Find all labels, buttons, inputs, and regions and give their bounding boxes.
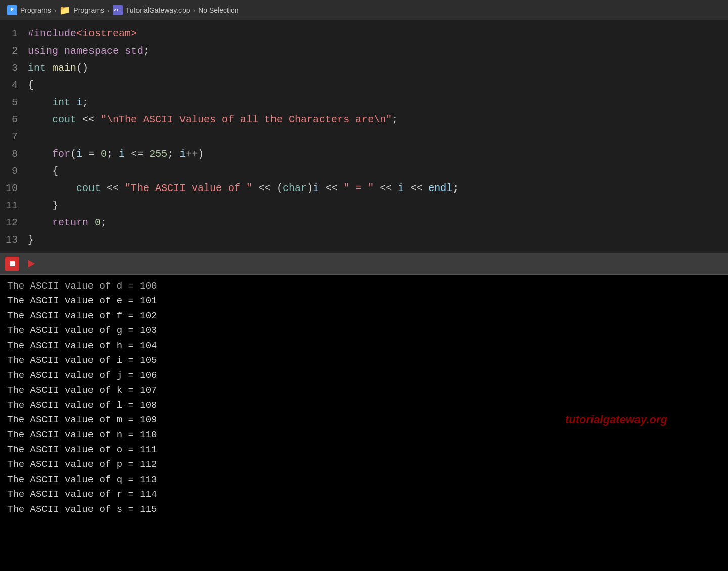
- terminal-line: The ASCII value of n = 110: [7, 427, 721, 442]
- breadcrumb-item-3[interactable]: TutorialGateway.cpp: [126, 6, 190, 14]
- line-number: 4: [0, 77, 28, 93]
- terminal-line: The ASCII value of e = 101: [7, 294, 721, 308]
- line-number: 5: [0, 94, 28, 111]
- code-line: 6 cout << "\nThe ASCII Values of all the…: [0, 111, 728, 128]
- editor-toolbar: [0, 253, 728, 275]
- line-content: return 0;: [28, 215, 107, 231]
- line-content: int main(): [28, 60, 88, 76]
- code-line: 4{: [0, 77, 728, 94]
- line-content: }: [28, 198, 58, 214]
- code-line: 1#include<iostream>: [0, 25, 728, 42]
- code-line: 11 }: [0, 197, 728, 214]
- line-content: #include<iostream>: [28, 26, 137, 42]
- line-number: 8: [0, 146, 28, 162]
- breadcrumb-no-selection: No Selection: [198, 6, 238, 14]
- terminal-line: The ASCII value of i = 105: [7, 353, 721, 368]
- code-line: 10 cout << "The ASCII value of " << (cha…: [0, 180, 728, 197]
- line-content: cout << "The ASCII value of " << (char)i…: [28, 180, 459, 197]
- line-number: 13: [0, 232, 28, 248]
- code-line: 12 return 0;: [0, 214, 728, 231]
- code-editor[interactable]: 1#include<iostream>2using namespace std;…: [0, 20, 728, 253]
- code-line: 8 for(i = 0; i <= 255; i++): [0, 146, 728, 163]
- breadcrumb-item-2[interactable]: Programs: [73, 6, 104, 14]
- code-line: 9 {: [0, 163, 728, 180]
- terminal-line: The ASCII value of j = 106: [7, 368, 721, 383]
- terminal-line: The ASCII value of l = 108: [7, 398, 721, 413]
- line-content: using namespace std;: [28, 43, 149, 59]
- line-content: cout << "\nThe ASCII Values of all the C…: [28, 112, 398, 128]
- line-number: 10: [0, 180, 28, 197]
- terminal-line: The ASCII value of g = 103: [7, 323, 721, 338]
- line-content: int i;: [28, 94, 88, 111]
- breadcrumb-item-1[interactable]: Programs: [20, 6, 51, 14]
- line-number: 6: [0, 112, 28, 128]
- line-content: {: [28, 77, 34, 93]
- code-line: 2using namespace std;: [0, 42, 728, 60]
- terminal-line: The ASCII value of k = 107: [7, 383, 721, 398]
- breadcrumb-sep-2: ›: [107, 6, 110, 14]
- terminal-line: The ASCII value of o = 111: [7, 443, 721, 457]
- code-line: 5 int i;: [0, 94, 728, 111]
- terminal-line: The ASCII value of q = 113: [7, 472, 721, 487]
- code-line: 3int main(): [0, 60, 728, 77]
- terminal-line: The ASCII value of f = 102: [7, 309, 721, 323]
- terminal-output: The ASCII value of d = 100The ASCII valu…: [0, 275, 728, 571]
- terminal-line: The ASCII value of h = 104: [7, 339, 721, 353]
- stop-button[interactable]: [5, 257, 19, 271]
- line-content: {: [28, 163, 58, 179]
- terminal-line: The ASCII value of s = 115: [7, 502, 721, 517]
- terminal-line: The ASCII value of r = 114: [7, 487, 721, 502]
- code-line: 7: [0, 128, 728, 146]
- programs-icon: P: [7, 5, 17, 15]
- line-number: 1: [0, 26, 28, 42]
- line-number: 9: [0, 163, 28, 179]
- watermark: tutorialgateway.org: [565, 411, 667, 429]
- terminal-line: The ASCII value of d = 100: [7, 279, 721, 294]
- line-content: for(i = 0; i <= 255; i++): [28, 146, 204, 162]
- line-number: 2: [0, 43, 28, 59]
- terminal-line: The ASCII value of p = 112: [7, 457, 721, 472]
- code-line: 13}: [0, 231, 728, 249]
- line-content: }: [28, 232, 34, 248]
- breadcrumb-sep-3: ›: [193, 6, 196, 14]
- run-button[interactable]: [24, 257, 38, 271]
- folder-icon: 📁: [59, 5, 70, 16]
- line-number: 3: [0, 60, 28, 76]
- breadcrumb-sep-1: ›: [54, 6, 57, 14]
- cpp-file-icon: c++: [113, 5, 123, 15]
- line-number: 7: [0, 129, 28, 145]
- line-number: 12: [0, 215, 28, 231]
- breadcrumb-bar: P Programs › 📁 Programs › c++ TutorialGa…: [0, 0, 728, 20]
- line-number: 11: [0, 198, 28, 214]
